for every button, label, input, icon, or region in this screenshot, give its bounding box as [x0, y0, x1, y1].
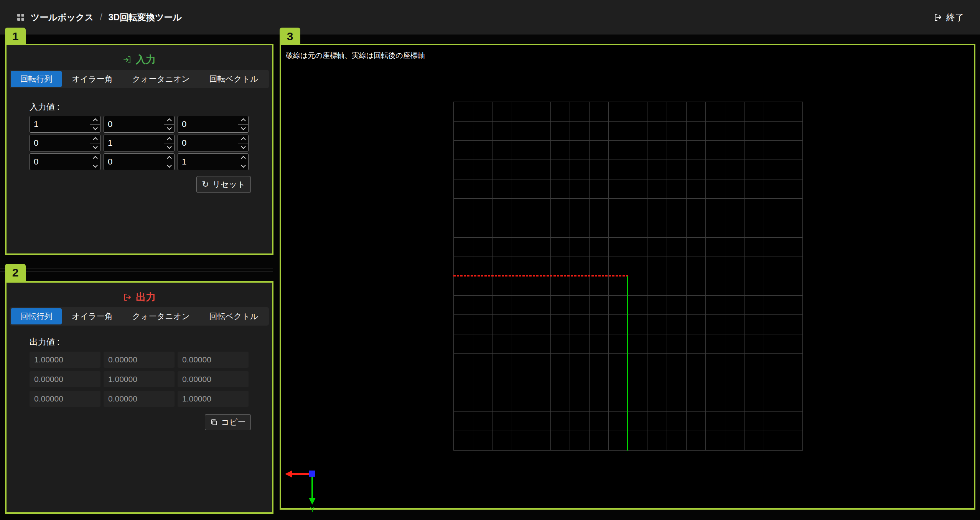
matrix-input-cell	[104, 153, 175, 170]
input-matrix	[30, 116, 249, 170]
output-format-tabs: 回転行列 オイラー角 クォータニオン 回転ベクトル	[10, 307, 269, 326]
gizmo-z-axis-square	[309, 471, 315, 477]
spinner	[164, 135, 174, 151]
spinner	[164, 116, 174, 132]
spinner-up-icon[interactable]	[164, 135, 174, 143]
matrix-output-r2c2: 1.00000	[178, 391, 249, 407]
matrix-input-cell	[178, 116, 249, 133]
breadcrumb-root[interactable]: ツールボックス	[31, 12, 94, 23]
panel-divider	[0, 271, 273, 272]
matrix-output-r1c0: 0.00000	[30, 371, 100, 387]
spinner-down-icon[interactable]	[164, 143, 174, 151]
spinner	[90, 154, 100, 170]
top-bar: ツールボックス / 3D回転変換ツール 終了	[0, 0, 980, 35]
output-title-label: 出力	[136, 290, 156, 304]
input-tab-rotation-matrix[interactable]: 回転行列	[11, 71, 62, 87]
copy-icon	[210, 418, 218, 426]
exit-button[interactable]: 終了	[933, 12, 964, 23]
breadcrumb-separator: /	[99, 12, 103, 23]
output-tab-rotation-vector[interactable]: 回転ベクトル	[200, 308, 268, 324]
spinner-down-icon[interactable]	[238, 125, 248, 133]
viewport-note: 破線は元の座標軸、実線は回転後の座標軸	[286, 51, 425, 61]
matrix-input-cell	[104, 116, 175, 133]
x-axis-original-dashed-line	[453, 275, 628, 276]
matrix-output-r0c0: 1.00000	[30, 352, 100, 368]
exit-icon	[933, 13, 942, 22]
spinner-down-icon[interactable]	[238, 162, 248, 170]
input-title-label: 入力	[136, 53, 156, 66]
output-tab-euler-angles[interactable]: オイラー角	[63, 308, 122, 324]
exit-label: 終了	[946, 12, 964, 23]
output-tab-rotation-matrix[interactable]: 回転行列	[11, 308, 62, 324]
matrix-input-r1c0[interactable]	[30, 135, 90, 151]
matrix-input-r2c1[interactable]	[104, 154, 164, 170]
spinner	[238, 116, 248, 132]
matrix-output-r1c2: 0.00000	[178, 371, 249, 387]
matrix-input-cell	[178, 153, 249, 170]
input-tab-rotation-vector[interactable]: 回転ベクトル	[200, 71, 268, 87]
spinner	[90, 116, 100, 132]
output-panel: 出力 回転行列 オイラー角 クォータニオン 回転ベクトル 出力値 : 1.000…	[5, 281, 273, 514]
matrix-input-cell	[104, 135, 175, 151]
input-tab-euler-angles[interactable]: オイラー角	[63, 71, 122, 87]
matrix-output-r0c1: 0.00000	[104, 352, 175, 368]
spinner-up-icon[interactable]	[238, 154, 248, 162]
matrix-output-r1c1: 1.00000	[104, 371, 175, 387]
spinner-down-icon[interactable]	[238, 143, 248, 151]
matrix-output-r0c2: 0.00000	[178, 352, 249, 368]
gizmo-y-arrowhead	[309, 498, 316, 505]
matrix-input-r1c1[interactable]	[104, 135, 164, 151]
spinner-down-icon[interactable]	[90, 125, 100, 133]
copy-button[interactable]: コピー	[205, 414, 251, 430]
breadcrumb: ツールボックス / 3D回転変換ツール	[16, 12, 182, 23]
spinner-up-icon[interactable]	[90, 116, 100, 125]
spinner-up-icon[interactable]	[164, 116, 174, 125]
spinner-up-icon[interactable]	[90, 135, 100, 143]
output-tab-quaternion[interactable]: クォータニオン	[123, 308, 199, 324]
matrix-input-r2c2[interactable]	[178, 154, 238, 170]
matrix-input-r0c1[interactable]	[104, 116, 164, 132]
output-panel-title: 出力	[7, 290, 272, 304]
output-values-label: 出力値 :	[30, 336, 59, 348]
spinner-up-icon[interactable]	[238, 135, 248, 143]
gizmo-y-label: Y	[308, 505, 316, 514]
spinner-up-icon[interactable]	[164, 154, 174, 162]
matrix-input-cell	[30, 135, 100, 151]
spinner-down-icon[interactable]	[164, 162, 174, 170]
spinner-up-icon[interactable]	[238, 116, 248, 125]
panel-divider	[0, 268, 273, 268]
spinner	[90, 135, 100, 151]
matrix-input-r0c2[interactable]	[178, 116, 238, 132]
matrix-input-r2c0[interactable]	[30, 154, 90, 170]
matrix-input-r1c2[interactable]	[178, 135, 238, 151]
gizmo-y-axis	[311, 474, 313, 498]
viewport-panel[interactable]: 破線は元の座標軸、実線は回転後の座標軸 Y	[280, 44, 975, 510]
spinner-down-icon[interactable]	[164, 125, 174, 133]
region-badge-1: 1	[5, 28, 26, 45]
matrix-input-cell	[30, 116, 100, 133]
matrix-output-r2c0: 0.00000	[30, 391, 100, 407]
input-panel: 入力 回転行列 オイラー角 クォータニオン 回転ベクトル 入力値 :	[5, 44, 273, 255]
apps-grid-icon	[16, 13, 25, 22]
log-out-icon	[123, 293, 132, 302]
breadcrumb-current: 3D回転変換ツール	[109, 12, 182, 23]
reset-label: リセット	[212, 179, 245, 190]
matrix-input-cell	[178, 135, 249, 151]
matrix-input-cell	[30, 153, 100, 170]
log-in-icon	[123, 55, 132, 64]
spinner-up-icon[interactable]	[90, 154, 100, 162]
matrix-input-r0c0[interactable]	[30, 116, 90, 132]
input-format-tabs: 回転行列 オイラー角 クォータニオン 回転ベクトル	[10, 70, 269, 88]
input-values-label: 入力値 :	[30, 101, 59, 113]
output-matrix: 1.00000 0.00000 0.00000 0.00000 1.00000 …	[30, 352, 249, 407]
input-panel-title: 入力	[7, 53, 272, 66]
reset-button[interactable]: ↻ リセット	[196, 176, 251, 193]
spinner	[238, 154, 248, 170]
region-badge-2: 2	[5, 264, 26, 281]
input-tab-quaternion[interactable]: クォータニオン	[123, 71, 199, 87]
y-axis-rotated-line	[627, 276, 628, 451]
region-badge-3: 3	[280, 28, 300, 45]
gizmo-x-arrowhead	[285, 471, 292, 477]
spinner-down-icon[interactable]	[90, 162, 100, 170]
spinner-down-icon[interactable]	[90, 143, 100, 151]
